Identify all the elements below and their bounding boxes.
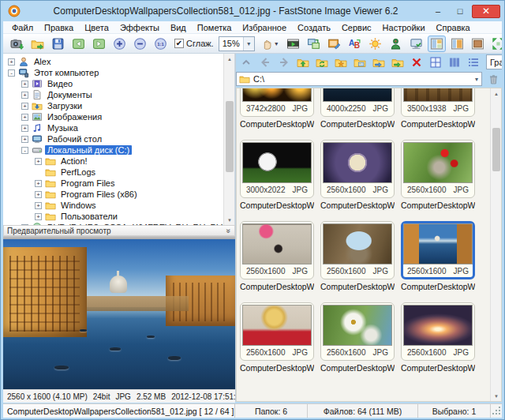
thumbnail[interactable]: 4000x2250JPGComputerDesktopW... <box>320 88 395 129</box>
view-details-button[interactable] <box>446 54 462 69</box>
tree-item[interactable]: +Видео <box>3 78 223 89</box>
scroll-down-icon[interactable]: ▼ <box>491 391 502 401</box>
zoom-out-button[interactable] <box>131 36 149 52</box>
night-city-picture[interactable] <box>323 88 392 102</box>
smoothing-toggle[interactable]: ✔ Сглаж. <box>174 39 214 48</box>
tree-item[interactable]: +Program Files (x86) <box>3 189 223 200</box>
menu-цвета[interactable]: Цвета <box>79 21 114 33</box>
thumbnail[interactable]: 2560x1600JPGComputerDesktopW... <box>401 140 475 210</box>
soccer-ball-picture[interactable] <box>242 142 312 183</box>
preview-pane-header[interactable]: Предварительный просмотр » <box>3 225 235 236</box>
thumbnail-frame[interactable]: 2560x1600JPG <box>401 302 475 361</box>
close-button[interactable]: ✕ <box>472 5 500 18</box>
expand-icon[interactable]: + <box>35 180 42 187</box>
menu-эффекты[interactable]: Эффекты <box>114 21 165 33</box>
thumbnails-scrollbar[interactable]: ▲ ▼ <box>490 88 501 401</box>
menu-вид[interactable]: Вид <box>165 21 192 33</box>
color-adjust-button[interactable] <box>366 36 384 52</box>
thumbnail-frame[interactable]: 2560x1600JPG <box>320 140 395 198</box>
tavern-picture[interactable] <box>403 88 473 102</box>
camera-import-button[interactable] <box>8 36 26 52</box>
move-to-folder-button[interactable] <box>370 54 387 69</box>
clock-picture[interactable] <box>323 142 392 183</box>
collapse-panel-button[interactable] <box>238 54 254 69</box>
thumbnail[interactable]: 2560x1600JPGComputerDesktopW... <box>320 221 395 291</box>
thumbnail-frame[interactable]: 2560x1600JPG <box>401 140 475 198</box>
girl-dog-picture[interactable] <box>242 223 312 264</box>
thumbnail-frame[interactable]: 2560x1600JPG <box>240 302 314 361</box>
view-list-button[interactable] <box>465 54 481 69</box>
expand-icon[interactable]: + <box>21 125 28 132</box>
actual-size-button[interactable]: 1:1 <box>152 36 170 52</box>
tree-item[interactable]: -Локальный диск (C:) <box>3 144 223 156</box>
thumbnail-frame[interactable]: 2560x1600JPG <box>240 221 314 279</box>
folder-browse-button[interactable] <box>351 54 368 69</box>
menu-создать[interactable]: Создать <box>292 21 336 33</box>
berries-picture[interactable] <box>403 142 473 183</box>
recycle-bin-button[interactable] <box>484 72 502 87</box>
screen-capture-button[interactable] <box>407 36 425 52</box>
menu-справка[interactable]: Справка <box>431 21 476 33</box>
menu-правка[interactable]: Правка <box>39 21 79 33</box>
tree-item[interactable]: +Музыка <box>3 122 223 133</box>
view-preview-button[interactable] <box>448 36 466 52</box>
maximize-button[interactable]: □ <box>450 5 470 18</box>
expand-icon[interactable]: + <box>21 92 28 99</box>
tree-item[interactable]: +Windows <box>3 200 223 211</box>
open-file-button[interactable] <box>28 36 47 52</box>
expand-icon[interactable]: + <box>35 202 42 209</box>
path-select[interactable]: C:\ ▾ <box>236 72 482 86</box>
thumbnail[interactable]: 3742x2800JPGComputerDesktopW... <box>240 88 314 129</box>
expand-icon[interactable]: + <box>35 158 42 165</box>
menu-избранное[interactable]: Избранное <box>237 21 292 33</box>
collapse-icon[interactable]: - <box>8 69 15 77</box>
file-filter-select[interactable]: Графика ▾ <box>486 54 502 69</box>
blonde-girl-picture[interactable] <box>242 305 312 346</box>
view-thumbnails-button[interactable] <box>427 54 443 69</box>
collapse-icon[interactable]: - <box>21 147 28 154</box>
expand-icon[interactable]: + <box>35 213 42 220</box>
folder-up-button[interactable] <box>294 54 311 69</box>
tree-item[interactable]: +Загрузки <box>3 100 223 111</box>
next-image-button[interactable] <box>90 36 108 52</box>
tree-item[interactable]: +Изображения <box>3 111 223 122</box>
view-windowed-button[interactable] <box>469 36 487 52</box>
thumbnail[interactable]: 3000x2022JPGComputerDesktopW... <box>240 140 314 210</box>
view-browser-button[interactable] <box>428 36 446 52</box>
venice-picture[interactable] <box>403 223 473 264</box>
folder-sync-button[interactable] <box>313 54 330 69</box>
save-file-button[interactable] <box>49 36 67 52</box>
tree-item[interactable]: +Рабочий стол <box>3 133 223 144</box>
expand-icon[interactable]: + <box>21 114 28 121</box>
chevron-down-icon[interactable]: ▾ <box>275 40 278 47</box>
copy-to-folder-button[interactable] <box>389 54 406 69</box>
thumbnail-frame[interactable]: 2560x1600JPG <box>320 302 395 361</box>
thumbnail[interactable]: 2560x1600JPGComputerDesktopW... <box>401 302 475 373</box>
folder-favorites-button[interactable]: ★ <box>332 54 349 69</box>
expand-icon[interactable]: + <box>21 103 28 110</box>
batch-convert-button[interactable]: AB <box>346 36 364 52</box>
thumbnail-frame[interactable]: 3500x1938JPG <box>401 88 475 117</box>
thumbnail-frame[interactable]: 4000x2250JPG <box>320 88 395 117</box>
smoothing-checkbox[interactable]: ✔ <box>174 39 184 48</box>
preview-image[interactable] <box>3 236 235 389</box>
scroll-up-icon[interactable]: ▲ <box>224 54 235 64</box>
candles-picture[interactable] <box>242 88 312 102</box>
tree-item[interactable]: +Документы <box>3 89 223 100</box>
expand-icon[interactable]: + <box>21 136 28 143</box>
tree-scrollbar-thumb[interactable] <box>226 101 234 172</box>
tree-item[interactable]: +Alex <box>3 56 223 67</box>
thumbnail-frame[interactable]: 2560x1600JPG <box>401 221 475 279</box>
rock-arch-picture[interactable] <box>323 223 392 264</box>
tree-item[interactable]: PerfLogs <box>3 167 223 178</box>
expand-icon[interactable]: + <box>8 58 15 66</box>
forward-button[interactable] <box>275 54 292 69</box>
scroll-up-icon[interactable]: ▲ <box>491 88 502 99</box>
minimize-button[interactable]: – <box>428 5 448 18</box>
thumbnail[interactable]: 2560x1600JPGComputerDesktopW... <box>240 302 314 373</box>
thumbnail[interactable]: 2560x1600JPGComputerDesktopW... <box>320 302 395 373</box>
scroll-down-icon[interactable]: ▼ <box>224 215 235 225</box>
hand-tool-button[interactable]: ▾ <box>257 36 282 52</box>
resize-grip[interactable] <box>491 407 500 416</box>
chevron-down-icon[interactable]: ▾ <box>243 37 254 51</box>
